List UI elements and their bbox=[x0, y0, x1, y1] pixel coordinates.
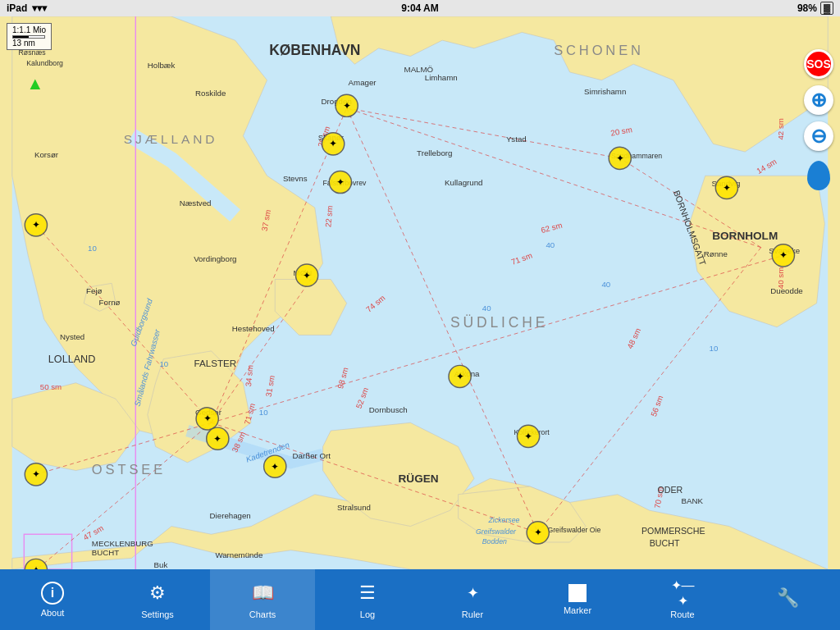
svg-text:22 sm: 22 sm bbox=[323, 205, 334, 227]
svg-text:Kullagrund: Kullagrund bbox=[445, 178, 482, 187]
wifi-icon: ▾▾▾ bbox=[32, 2, 47, 14]
svg-text:SJÆLLAND: SJÆLLAND bbox=[124, 132, 218, 146]
svg-text:Fornø: Fornø bbox=[99, 298, 121, 307]
svg-text:10: 10 bbox=[710, 344, 719, 353]
svg-text:LOLLAND: LOLLAND bbox=[48, 354, 95, 365]
log-label: Log bbox=[360, 609, 375, 619]
route-label: Route bbox=[670, 609, 694, 619]
svg-text:42 sm: 42 sm bbox=[776, 118, 785, 139]
svg-text:40: 40 bbox=[546, 240, 555, 249]
about-label: About bbox=[41, 608, 65, 618]
map-controls: SOS ⊕ ⊖ bbox=[804, 49, 833, 194]
svg-text:FALSTER: FALSTER bbox=[194, 358, 237, 368]
svg-text:Rønne: Rønne bbox=[704, 249, 728, 258]
toolbar-marker[interactable]: Marker bbox=[525, 569, 630, 630]
svg-text:Greifswalder Oie: Greifswalder Oie bbox=[547, 526, 600, 534]
svg-text:BORNHOLM: BORNHOLM bbox=[712, 230, 778, 242]
svg-text:SÜDLICHE: SÜDLICHE bbox=[450, 314, 548, 331]
svg-text:✦: ✦ bbox=[723, 182, 731, 193]
svg-text:Næstved: Næstved bbox=[180, 199, 212, 208]
toolbar-settings[interactable]: ⚙ Settings bbox=[105, 569, 210, 630]
marker-label: Marker bbox=[564, 605, 591, 615]
svg-text:Simrishamn: Simrishamn bbox=[584, 87, 626, 96]
svg-text:Stevns: Stevns bbox=[283, 174, 308, 183]
zoom-in-icon: ⊕ bbox=[810, 89, 827, 112]
svg-text:✦: ✦ bbox=[32, 219, 40, 230]
svg-text:Buk: Buk bbox=[154, 560, 168, 569]
scale-bar: 1:1.1 Mio 13 nm bbox=[7, 23, 52, 50]
svg-text:BUCHT: BUCHT bbox=[650, 538, 680, 548]
svg-text:Korsør: Korsør bbox=[34, 150, 59, 159]
svg-text:✦: ✦ bbox=[456, 371, 464, 381]
svg-text:MECKLENBURG: MECKLENBURG bbox=[92, 539, 153, 548]
sos-button[interactable]: SOS bbox=[804, 49, 833, 79]
route-icon: ✦—✦ bbox=[669, 580, 696, 606]
log-icon: ☰ bbox=[354, 580, 381, 606]
svg-text:Greifswalder: Greifswalder bbox=[476, 527, 517, 536]
svg-text:ODER: ODER bbox=[657, 485, 682, 495]
toolbar-about[interactable]: i About bbox=[0, 569, 105, 630]
svg-text:Bodden: Bodden bbox=[482, 537, 507, 546]
svg-text:✦: ✦ bbox=[524, 431, 532, 441]
carrier-label: iPad bbox=[7, 2, 27, 14]
scale-ratio: 1:1.1 Mio bbox=[12, 25, 46, 34]
zoom-in-button[interactable]: ⊕ bbox=[804, 85, 833, 115]
svg-text:✦: ✦ bbox=[203, 413, 212, 423]
svg-text:Stralsund: Stralsund bbox=[337, 503, 371, 512]
zoom-out-icon: ⊖ bbox=[810, 125, 827, 148]
water-indicator bbox=[807, 161, 830, 190]
svg-text:Dierehagen: Dierehagen bbox=[210, 511, 251, 520]
svg-text:✦: ✦ bbox=[213, 433, 221, 444]
map-container[interactable]: 25 sm 37 sm 22 sm 34 sm 31 sm 38 sm 71 s… bbox=[0, 16, 840, 569]
svg-text:40: 40 bbox=[601, 280, 610, 289]
svg-text:50 sm: 50 sm bbox=[40, 382, 62, 391]
charts-label: Charts bbox=[249, 609, 276, 619]
svg-text:BANK: BANK bbox=[682, 496, 704, 505]
time-label: 9:04 AM bbox=[401, 2, 439, 14]
svg-text:Kalundborg: Kalundborg bbox=[26, 59, 63, 67]
tools-icon: 🔧 bbox=[774, 585, 801, 611]
svg-text:Warnemünde: Warnemünde bbox=[215, 550, 262, 559]
toolbar: i About ⚙ Settings 📖 Charts ☰ Log ✦ Rule… bbox=[0, 569, 840, 630]
svg-text:40: 40 bbox=[482, 304, 491, 313]
marker-icon bbox=[568, 584, 587, 602]
toolbar-tools[interactable]: 🔧 bbox=[735, 569, 840, 630]
svg-text:✦: ✦ bbox=[271, 461, 279, 472]
settings-label: Settings bbox=[141, 609, 174, 619]
settings-icon: ⚙ bbox=[144, 580, 171, 606]
svg-text:Zickersee: Zickersee bbox=[488, 516, 520, 524]
svg-text:10: 10 bbox=[88, 244, 97, 253]
svg-text:Nysted: Nysted bbox=[60, 332, 84, 341]
svg-text:KØBENHAVN: KØBENHAVN bbox=[269, 42, 360, 58]
svg-text:✦: ✦ bbox=[343, 100, 351, 111]
svg-text:RÜGEN: RÜGEN bbox=[399, 472, 439, 485]
svg-text:Dueodde: Dueodde bbox=[770, 286, 802, 295]
about-icon: i bbox=[41, 582, 64, 605]
svg-text:34 sm: 34 sm bbox=[244, 364, 254, 386]
svg-text:Amager: Amager bbox=[349, 78, 377, 87]
toolbar-log[interactable]: ☰ Log bbox=[315, 569, 420, 630]
svg-text:BUCHT: BUCHT bbox=[92, 548, 119, 557]
svg-text:OSTSEE: OSTSEE bbox=[92, 462, 166, 477]
svg-text:✦: ✦ bbox=[303, 270, 311, 281]
svg-text:10: 10 bbox=[259, 408, 268, 417]
svg-text:SCHONEN: SCHONEN bbox=[554, 43, 644, 57]
svg-text:✦: ✦ bbox=[329, 138, 337, 148]
svg-text:Vordingborg: Vordingborg bbox=[194, 254, 236, 263]
svg-text:Hestehoved: Hestehoved bbox=[232, 324, 275, 333]
svg-text:POMMERSCHE: POMMERSCHE bbox=[641, 526, 705, 536]
svg-text:✦: ✦ bbox=[534, 527, 542, 537]
svg-text:Roskilde: Roskilde bbox=[195, 89, 226, 98]
toolbar-route[interactable]: ✦—✦ Route bbox=[630, 569, 735, 630]
battery-icon: ▓ bbox=[820, 2, 833, 15]
svg-text:Dornbusch: Dornbusch bbox=[369, 405, 408, 414]
status-bar: iPad ▾▾▾ 9:04 AM 98% ▓ bbox=[0, 0, 840, 16]
toolbar-charts[interactable]: 📖 Charts bbox=[210, 569, 315, 630]
svg-text:✦: ✦ bbox=[32, 468, 40, 479]
zoom-out-button[interactable]: ⊖ bbox=[804, 121, 833, 151]
map-svg: 25 sm 37 sm 22 sm 34 sm 31 sm 38 sm 71 s… bbox=[0, 16, 840, 569]
toolbar-ruler[interactable]: ✦ Ruler bbox=[420, 569, 525, 630]
svg-text:Limhamn: Limhamn bbox=[425, 73, 458, 82]
ruler-label: Ruler bbox=[462, 609, 483, 619]
charts-icon: 📖 bbox=[249, 580, 276, 606]
